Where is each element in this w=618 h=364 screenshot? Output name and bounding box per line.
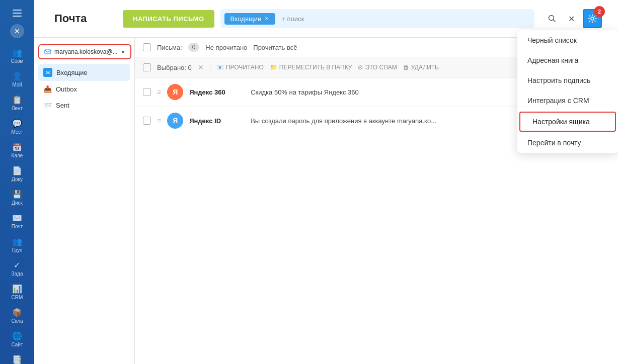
deselect-icon[interactable]: ✕ bbox=[198, 63, 204, 71]
dropdown-item-3[interactable]: Интеграция с CRM bbox=[517, 90, 618, 111]
tab-close-icon[interactable]: ✕ bbox=[264, 15, 269, 22]
delete-button[interactable]: 🗑 УДАЛИТЬ bbox=[403, 64, 439, 71]
folder-item-inbox[interactable]: ✉Входящие bbox=[38, 64, 130, 81]
sidebar-icon-7: ✉️ bbox=[12, 213, 22, 223]
sidebar-icon-4: 📅 bbox=[12, 142, 22, 152]
sidebar-label-4: Кале bbox=[12, 153, 23, 158]
sidebar-item-7[interactable]: ✉️ Почт bbox=[9, 210, 26, 232]
selected-label: Выбрано: 0 bbox=[157, 64, 192, 71]
dropdown-item-0[interactable]: Черный список bbox=[517, 30, 618, 50]
search-hint[interactable]: + поиск bbox=[277, 13, 308, 25]
sidebar-icon-0: 👥 bbox=[12, 47, 22, 57]
mail-icon bbox=[44, 48, 51, 55]
sidebar-item-5[interactable]: 📄 Доку bbox=[9, 162, 26, 185]
mark-read-button[interactable]: 📧 ПРОЧИТАНО bbox=[216, 64, 264, 71]
left-panel: maryana.koloskova@... ▼ ↻ ✉Входящие📤Outb… bbox=[34, 38, 135, 364]
sidebar-icon-3: 💬 bbox=[12, 118, 22, 128]
sidebar-item-11[interactable]: 📦 Скла bbox=[9, 304, 26, 327]
dropdown-item-1[interactable]: Адресная книга bbox=[517, 50, 618, 70]
svg-point-2 bbox=[591, 17, 594, 20]
page-title: Почта bbox=[42, 4, 123, 33]
account-row: maryana.koloskova@... ▼ ↻ bbox=[38, 44, 130, 60]
unread-label[interactable]: Не прочитано bbox=[205, 44, 247, 51]
sent-icon: 📨 bbox=[43, 101, 52, 109]
dropdown-item-2[interactable]: Настроить подпись bbox=[517, 70, 618, 90]
sidebar-item-6[interactable]: 💾 Диск bbox=[9, 186, 26, 209]
sidebar-label-9: Зада bbox=[11, 271, 23, 277]
sidebar-label-2: Лент bbox=[12, 106, 23, 111]
sidebar-icon-1: 👤 bbox=[12, 71, 22, 81]
email-menu-icon-0[interactable]: ≡ bbox=[157, 88, 161, 96]
close-search-button[interactable]: ✕ bbox=[564, 11, 579, 26]
sidebar-icon-9: ✓ bbox=[12, 260, 22, 270]
sidebar-item-8[interactable]: 👥 Груп bbox=[9, 233, 26, 256]
spam-button[interactable]: ⊘ ЭТО СПАМ bbox=[358, 64, 397, 71]
select-all-checkbox[interactable] bbox=[143, 43, 151, 51]
sidebar-item-3[interactable]: 💬 Мест bbox=[9, 115, 26, 138]
sidebar-item-13[interactable]: 📑 КЭД⁠ bbox=[9, 351, 26, 364]
delete-icon: 🗑 bbox=[403, 64, 409, 71]
email-menu-icon-1[interactable]: ≡ bbox=[157, 117, 161, 125]
folder-icon: 📁 bbox=[270, 64, 277, 71]
inbox-icon: ✉ bbox=[43, 68, 52, 77]
email-sender-1: Яндекс ID bbox=[189, 117, 245, 125]
dropdown-item-label-3: Интеграция с CRM bbox=[527, 97, 589, 105]
sidebar-item-12[interactable]: 🌐 Сайт bbox=[9, 328, 26, 350]
inbox-tab-label: Входящие bbox=[230, 15, 262, 23]
sidebar-label-7: Почт bbox=[12, 224, 23, 229]
read-all-button[interactable]: Прочитать всё bbox=[253, 44, 297, 51]
sidebar-label-11: Скла bbox=[11, 318, 23, 324]
sidebar-item-9[interactable]: ✓ Зада bbox=[9, 257, 26, 280]
dropdown-item-label-5: Перейти в почту bbox=[527, 139, 581, 147]
account-selector[interactable]: maryana.koloskova@... ▼ bbox=[38, 44, 131, 59]
compose-button[interactable]: НАПИСАТЬ ПИСЬМО bbox=[123, 10, 214, 28]
settings-button[interactable]: 2 bbox=[583, 9, 602, 28]
hamburger-menu-button[interactable] bbox=[8, 4, 26, 22]
sidebar-icon-8: 👥 bbox=[12, 236, 22, 246]
sender-avatar-1: Я bbox=[167, 113, 183, 129]
svg-rect-3 bbox=[45, 50, 51, 54]
sidebar-item-0[interactable]: 👥 Совм bbox=[9, 44, 26, 67]
sidebar-icon-11: 📦 bbox=[12, 307, 22, 317]
bulk-checkbox[interactable] bbox=[143, 63, 151, 71]
separator bbox=[210, 62, 210, 72]
svg-line-1 bbox=[554, 20, 556, 22]
dropdown-item-4[interactable]: Настройки ящика bbox=[519, 112, 616, 132]
sidebar-label-8: Груп bbox=[12, 247, 23, 253]
folder-item-outbox[interactable]: 📤Outbox bbox=[38, 81, 130, 97]
tabs-area: Входящие ✕ + поиск bbox=[220, 9, 534, 28]
search-button[interactable] bbox=[545, 11, 560, 26]
account-email: maryana.koloskova@... bbox=[54, 48, 118, 55]
toolbar: НАПИСАТЬ ПИСЬМО Входящие ✕ + поиск ✕ bbox=[123, 4, 610, 33]
sidebar-item-10[interactable]: 📊 CRM bbox=[9, 281, 26, 303]
sidebar-label-12: Сайт bbox=[11, 342, 23, 347]
chevron-down-icon: ▼ bbox=[121, 49, 126, 55]
email-checkbox-0[interactable] bbox=[143, 88, 151, 96]
spam-icon: ⊘ bbox=[358, 64, 363, 71]
sidebar-icon-10: 📊 bbox=[12, 284, 22, 294]
close-sidebar-button[interactable]: ✕ bbox=[10, 24, 24, 38]
dropdown-item-label-0: Черный список bbox=[527, 36, 577, 44]
sidebar-item-4[interactable]: 📅 Кале bbox=[9, 139, 26, 161]
settings-dropdown-menu: Черный списокАдресная книгаНастроить под… bbox=[517, 30, 618, 153]
folder-item-sent[interactable]: 📨Sent bbox=[38, 97, 130, 113]
sender-avatar-0: Я bbox=[167, 84, 183, 100]
sidebar-icon-6: 💾 bbox=[12, 189, 22, 199]
letters-label: Письма: bbox=[157, 44, 182, 51]
main-wrapper: Почта НАПИСАТЬ ПИСЬМО Входящие ✕ + поиск… bbox=[34, 0, 618, 364]
dropdown-item-5[interactable]: Перейти в почту bbox=[517, 133, 618, 153]
email-checkbox-1[interactable] bbox=[143, 117, 151, 125]
sidebar-icon-5: 📄 bbox=[12, 165, 22, 175]
move-to-folder-button[interactable]: 📁 ПЕРЕМЕСТИТЬ В ПАПКУ bbox=[270, 64, 352, 71]
sidebar-icon-12: 🌐 bbox=[12, 331, 22, 341]
inbox-tab[interactable]: Входящие ✕ bbox=[224, 13, 276, 25]
sidebar-label-0: Совм bbox=[11, 58, 24, 64]
sidebar-icon-2: 📋 bbox=[12, 95, 22, 105]
folder-name-inbox: Входящие bbox=[56, 69, 88, 76]
sidebar-item-1[interactable]: 👤 Мой bbox=[9, 68, 26, 90]
email-subject-1: Вы создали пароль для приложения в аккау… bbox=[251, 117, 544, 125]
email-sender-0: Яндекс 360 bbox=[189, 88, 245, 96]
dropdown-item-label-2: Настроить подпись bbox=[527, 76, 590, 84]
outbox-icon: 📤 bbox=[43, 85, 52, 93]
sidebar-item-2[interactable]: 📋 Лент bbox=[9, 92, 26, 114]
